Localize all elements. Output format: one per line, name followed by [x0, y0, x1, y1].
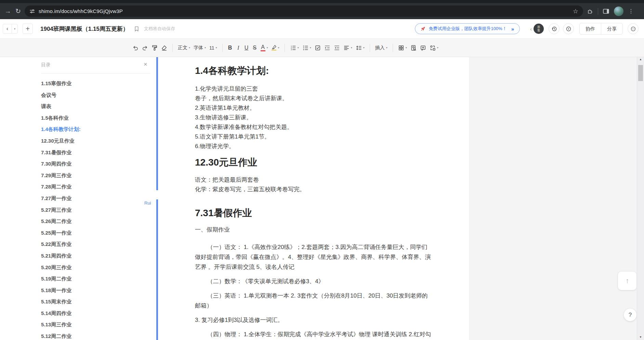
- promo-banner[interactable]: 免费试用企业版，团队效率提升100%！ »: [415, 23, 520, 34]
- doc-section: 12.30元旦作业语文：把关题最后两套卷化学：紫皮卷写完，三篇五校联考卷写完。: [195, 156, 432, 194]
- toc-item[interactable]: 7.30周四作业: [41, 158, 154, 170]
- doc-title[interactable]: 1904班网课黑板（1.15周五更新）: [40, 25, 129, 33]
- doc-line: 3.生物讲选修三新课。: [195, 113, 432, 122]
- url-text[interactable]: shimo.im/docs/whhC9kC9GjQjvw3P: [39, 8, 569, 14]
- scroll-up-icon[interactable]: ▲: [637, 58, 644, 61]
- collaborator-avatars[interactable]: ‹ 墨客: [530, 24, 544, 34]
- help-button[interactable]: ?: [624, 309, 636, 321]
- collapse-avatars-icon[interactable]: ‹: [530, 26, 532, 32]
- toc-item[interactable]: 5.20周三作业: [41, 262, 154, 273]
- share-button[interactable]: 分享: [601, 23, 622, 34]
- collaborator-cursor-label: Rui: [144, 200, 151, 206]
- forward-icon[interactable]: →: [3, 6, 13, 16]
- indent-increase-button[interactable]: [323, 43, 332, 53]
- chevron-down-icon: ▾: [406, 46, 407, 49]
- doc-line: 5.语文讲下册第1单元第1节。: [195, 132, 432, 142]
- toc-item[interactable]: 5.26周二作业: [41, 215, 154, 227]
- side-panel-icon[interactable]: [603, 9, 609, 14]
- chrome-menu-icon[interactable]: ⋮: [628, 8, 634, 14]
- toc-item[interactable]: 5.13周三作业: [41, 319, 154, 330]
- toc-item[interactable]: 5.14周四作业: [41, 308, 154, 319]
- present-button[interactable]: [563, 23, 574, 34]
- strikethrough-button[interactable]: S: [251, 43, 259, 53]
- chevron-down-icon: ▾: [189, 46, 190, 49]
- insert-menu[interactable]: 插入 ▾: [373, 43, 389, 53]
- align-button[interactable]: ▾: [342, 43, 354, 53]
- toc-item[interactable]: 7.31暑假作业: [41, 147, 154, 158]
- history-button[interactable]: [549, 23, 560, 34]
- back-dropdown-icon[interactable]: ▾: [12, 24, 18, 34]
- ordered-list-button[interactable]: 123 ▾: [288, 43, 301, 53]
- document-canvas[interactable]: 1.4各科教学计划:1.化学先讲元旦留的三套卷子，然后期末考试卷之后讲新课。2.…: [156, 57, 469, 340]
- toc-item[interactable]: 1.4各科教学计划:: [41, 123, 154, 135]
- toc-item[interactable]: 5.27周三作业: [41, 204, 154, 216]
- comment-button[interactable]: [418, 43, 428, 53]
- page-margin-area: [469, 57, 637, 340]
- toc-item[interactable]: 5.12周二作业: [41, 330, 154, 340]
- toc-item[interactable]: 5.15周末作业: [41, 296, 154, 308]
- site-info-icon[interactable]: [29, 9, 35, 14]
- toc-item[interactable]: 课表: [41, 101, 154, 112]
- more-button[interactable]: [628, 23, 639, 34]
- paragraph-style-select[interactable]: 正文 ▾: [176, 43, 192, 53]
- toc-item[interactable]: 5.21周四作业: [41, 250, 154, 262]
- bold-button[interactable]: B: [226, 43, 234, 53]
- new-doc-button[interactable]: +: [23, 24, 33, 34]
- underline-button[interactable]: U: [242, 43, 251, 53]
- chevron-down-icon: ▾: [216, 46, 217, 49]
- url-bar[interactable]: shimo.im/docs/whhC9kC9GjQjvw3P ☆: [25, 5, 583, 17]
- toc-item[interactable]: 5.19周二作业: [41, 273, 154, 285]
- highlight-button[interactable]: ▾: [270, 43, 281, 53]
- svg-text:3: 3: [291, 49, 292, 51]
- back-to-top-button[interactable]: ↑: [618, 272, 636, 290]
- extensions-icon[interactable]: [587, 8, 593, 14]
- collaborate-button[interactable]: 协作: [580, 23, 601, 34]
- format-painter-icon[interactable]: [150, 43, 159, 53]
- font-color-button[interactable]: A ▾: [259, 43, 270, 53]
- italic-button[interactable]: I: [234, 43, 242, 53]
- toc-item[interactable]: 5.22周五作业: [41, 238, 154, 250]
- avatar[interactable]: 墨客: [534, 24, 544, 34]
- format-toolbar: 正文 ▾ 字体 ▾ 11 ▾ B I U S A ▾ ▾ 123 ▾ ▾: [0, 38, 644, 57]
- toc-item[interactable]: 1.5各科作业: [41, 112, 154, 124]
- checklist-button[interactable]: [313, 43, 323, 53]
- toc-item[interactable]: 5.18周一作业: [41, 285, 154, 296]
- convert-button[interactable]: ▾: [428, 43, 440, 53]
- reload-icon[interactable]: ↻: [13, 6, 23, 16]
- close-icon[interactable]: ×: [144, 61, 147, 67]
- undo-button[interactable]: [131, 43, 140, 53]
- find-replace-button[interactable]: [409, 43, 418, 53]
- chevron-down-icon: ▾: [205, 46, 206, 49]
- doc-paragraph: （三）英语： 1.单元双测卷一本 2. 3套作文（分别在8月10日、20日、30…: [195, 291, 432, 311]
- clear-format-icon[interactable]: [159, 43, 169, 53]
- promo-expand-icon[interactable]: »: [511, 26, 514, 32]
- scrollbar[interactable]: ▲ ▼: [637, 57, 644, 340]
- toc-sidebar: 目录 × 1.15寒假作业会议号课表1.5各科作业1.4各科教学计划:12.30…: [0, 57, 156, 340]
- chevron-down-icon: ▾: [267, 46, 268, 49]
- toc-item[interactable]: 7.28周二作业: [41, 181, 154, 193]
- doc-line: 4.数学讲新课准备教材红对勾把关题。: [195, 122, 432, 132]
- scrollbar-thumb[interactable]: [638, 65, 643, 81]
- font-family-select[interactable]: 字体 ▾: [192, 43, 208, 53]
- redo-button[interactable]: [140, 43, 150, 53]
- toc-item[interactable]: 7.29周三作业: [41, 170, 154, 181]
- toc-item[interactable]: 5.25周一作业: [41, 227, 154, 239]
- toc-item[interactable]: 7.27周一作业: [41, 193, 154, 204]
- doc-line: 卷子，然后期末考试卷之后讲新课。: [195, 94, 432, 103]
- scroll-down-icon[interactable]: ▼: [637, 336, 644, 339]
- line-spacing-button[interactable]: ▾: [354, 43, 366, 53]
- toc-item[interactable]: 12.30元旦作业: [41, 135, 154, 147]
- toc-item[interactable]: 会议号: [41, 89, 154, 101]
- table-grid-button[interactable]: ▾: [396, 43, 409, 53]
- font-size-select[interactable]: 11 ▾: [208, 43, 219, 53]
- back-button[interactable]: ‹: [3, 24, 12, 34]
- browser-avatar[interactable]: [614, 6, 623, 16]
- section-heading: 12.30元旦作业: [195, 156, 432, 169]
- doc-paragraph: （四）物理： 1.全体学生：假期完成《高中学业水平考试》物理 课时通关训练 2.…: [195, 329, 432, 340]
- doc-body[interactable]: 1.4各科教学计划:1.化学先讲元旦留的三套卷子，然后期末考试卷之后讲新课。2.…: [195, 57, 432, 340]
- bookmark-icon[interactable]: [134, 26, 139, 32]
- bookmark-star-icon[interactable]: ☆: [573, 8, 578, 14]
- bullet-list-button[interactable]: ▾: [301, 43, 313, 53]
- toc-item[interactable]: 1.15寒假作业: [41, 78, 154, 89]
- indent-decrease-button[interactable]: [332, 43, 342, 53]
